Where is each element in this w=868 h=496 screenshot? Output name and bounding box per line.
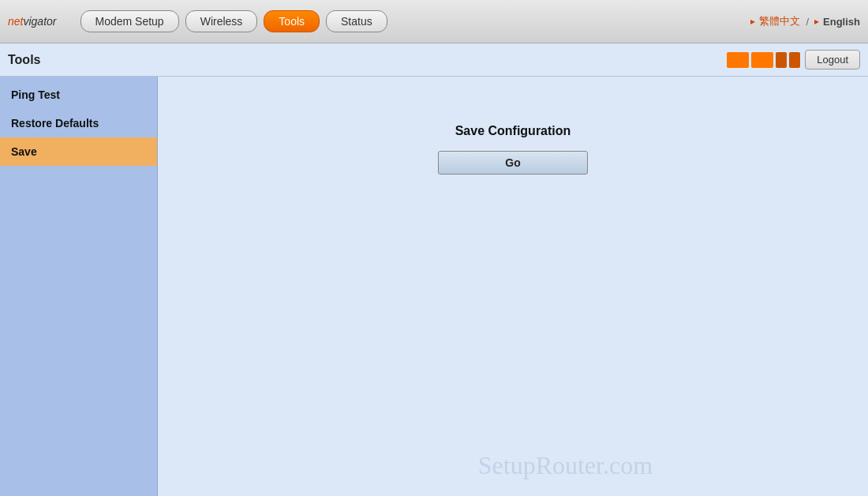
status-bar-4 xyxy=(789,52,800,68)
logo-net: net xyxy=(8,15,23,28)
sidebar: Ping TestRestore DefaultsSave xyxy=(0,77,158,496)
status-bar-3 xyxy=(776,52,787,68)
nav-tab-modem-setup[interactable]: Modem Setup xyxy=(80,10,179,32)
nav-tab-tools[interactable]: Tools xyxy=(264,10,320,32)
nav-tab-status[interactable]: Status xyxy=(326,10,387,32)
lang-chinese-link[interactable]: 繁體中文 xyxy=(759,14,800,28)
toolbar-right: Logout xyxy=(727,50,860,70)
logo-area: netvigator xyxy=(8,15,57,28)
go-button[interactable]: Go xyxy=(438,151,588,175)
sidebar-item-restore-defaults[interactable]: Restore Defaults xyxy=(0,109,157,137)
lang-english-link[interactable]: English xyxy=(823,16,860,28)
toolbar: Tools Logout xyxy=(0,43,868,77)
status-bar-2 xyxy=(751,52,773,68)
lang-divider: / xyxy=(806,16,809,28)
nav-tab-wireless[interactable]: Wireless xyxy=(185,10,258,32)
lang-area: ▸ 繁體中文 / ▸ English xyxy=(750,14,860,28)
status-bars xyxy=(727,52,800,68)
save-config-title: Save Configuration xyxy=(455,124,571,138)
status-bar-1 xyxy=(727,52,749,68)
logout-button[interactable]: Logout xyxy=(805,50,860,70)
sidebar-item-ping-test[interactable]: Ping Test xyxy=(0,81,157,109)
header: netvigator Modem SetupWirelessToolsStatu… xyxy=(0,0,868,43)
lang-chinese-icon: ▸ xyxy=(750,16,755,27)
logo-vigator: vigator xyxy=(23,15,56,28)
content-area: Save Configuration Go SetupRouter.com xyxy=(158,77,868,496)
page-title: Tools xyxy=(8,53,40,67)
watermark: SetupRouter.com xyxy=(478,451,653,480)
main-area: Ping TestRestore DefaultsSave Save Confi… xyxy=(0,77,868,496)
nav-tabs: Modem SetupWirelessToolsStatus xyxy=(80,10,751,32)
lang-english-icon: ▸ xyxy=(814,16,819,27)
sidebar-item-save[interactable]: Save xyxy=(0,137,157,166)
